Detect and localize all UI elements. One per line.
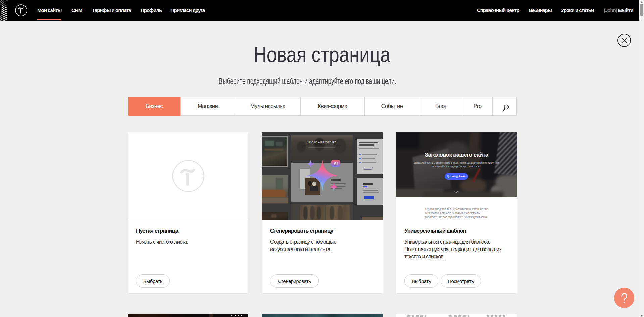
- svg-text:AI: AI: [334, 161, 338, 166]
